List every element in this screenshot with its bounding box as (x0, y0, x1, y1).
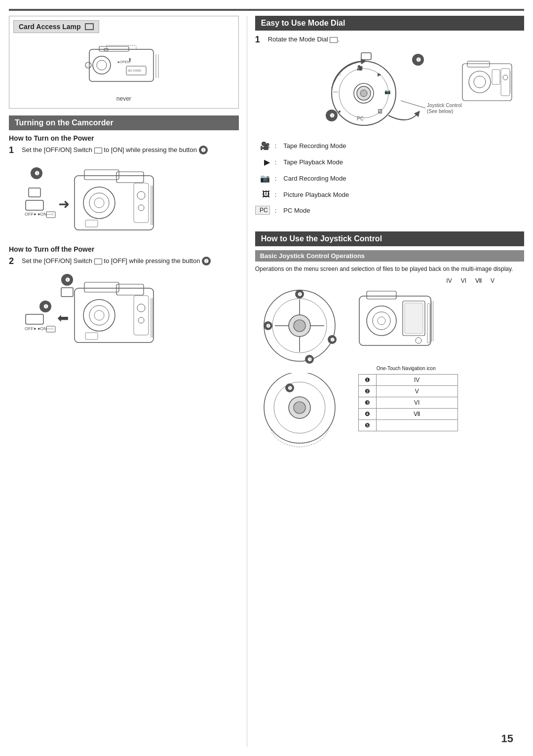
main-content: Card Access Lamp ◄OPEN (9, 16, 524, 747)
pc-icon: PC (255, 206, 270, 215)
nav-label-vi: VI (461, 277, 466, 284)
svg-point-87 (294, 320, 305, 332)
table-cell-label (376, 420, 457, 431)
svg-point-45 (83, 300, 115, 331)
svg-rect-80 (501, 69, 510, 96)
svg-text:(See below): (See below) (427, 109, 453, 114)
svg-point-26 (94, 198, 104, 208)
step2-num: 2 (9, 256, 19, 266)
card-access-section: Card Access Lamp ◄OPEN (9, 16, 239, 109)
one-touch-label: One-Touch Navigation icon (354, 366, 458, 371)
card-diagram: ◄OPEN SD CARD ⬆ (13, 37, 234, 91)
mode-item-pic-play: 🖼 : Picture Playback Mode (255, 190, 524, 199)
svg-point-3 (97, 60, 107, 70)
nav-label-vii: Ⅶ (475, 277, 482, 284)
svg-rect-27 (134, 183, 149, 223)
joystick-bottom-svg: ❺ (255, 373, 346, 450)
table-cell-num: ❸ (358, 397, 376, 409)
svg-text:PC: PC (357, 116, 364, 121)
step1-num: 1 (9, 145, 19, 155)
svg-rect-112 (405, 303, 423, 334)
svg-text:⬆: ⬆ (128, 57, 132, 63)
joystick-diagrams-row: ❶ ❷ ❸ ❹ (255, 286, 524, 450)
svg-point-108 (367, 306, 396, 336)
svg-text:○: ○ (338, 72, 341, 77)
svg-rect-36 (61, 288, 73, 297)
svg-point-70 (360, 90, 367, 97)
tape-rec-label: Tape Recording Mode (283, 142, 346, 150)
joystick-nav-labels: IV VI Ⅶ V (255, 277, 524, 284)
svg-point-109 (373, 312, 390, 330)
joystick-camera-svg (354, 286, 458, 363)
switch-rect-1 (94, 148, 102, 153)
step1-svg: ❶ OFF● ●ON—○ ➜ (18, 158, 230, 242)
step2-row: 2 Set the [OFF/ON] Switch to [OFF] while… (9, 256, 239, 266)
joystick-description: Operations on the menu screen and select… (255, 265, 524, 273)
svg-rect-18 (26, 200, 43, 210)
pic-play-label: Picture Playback Mode (283, 191, 349, 198)
turn-on-heading: How to Turn on the Power (9, 134, 239, 142)
mode-rect (330, 37, 338, 43)
step1-row: 1 Set the [OFF/ON] Switch to [ON] while … (9, 145, 239, 155)
page-number: 15 (501, 732, 513, 745)
svg-point-82 (503, 75, 508, 80)
table-cell-label: V (376, 386, 457, 397)
table-cell-num: ❷ (358, 386, 376, 397)
left-column: Card Access Lamp ◄OPEN (9, 16, 247, 747)
switch-rect-2 (94, 259, 102, 265)
svg-point-103 (294, 402, 305, 414)
svg-point-24 (83, 187, 115, 219)
table-cell-label: IV (376, 375, 457, 386)
svg-point-31 (138, 205, 144, 211)
svg-text:❺: ❺ (288, 385, 292, 391)
svg-text:OFF●  ●ON—○: OFF● ●ON—○ (25, 326, 54, 331)
joystick-left-diagrams: ❶ ❷ ❸ ❹ (255, 286, 346, 450)
mode-step1: 1 Rotate the Mode Dial . (255, 35, 524, 45)
tape-play-label: Tape Playback Mode (283, 158, 343, 166)
svg-point-46 (89, 305, 109, 325)
svg-text:Joystick Control: Joystick Control (427, 103, 462, 108)
svg-text:▶: ▶ (378, 72, 381, 77)
svg-text:❹: ❹ (266, 323, 270, 329)
card-diagram-svg: ◄OPEN SD CARD ⬆ (50, 39, 198, 89)
nav-label-iv: IV (446, 277, 452, 284)
svg-text:➜: ➜ (58, 196, 70, 212)
right-column: Easy to Use Mode Dial 1 Rotate the Mode … (247, 16, 524, 747)
svg-rect-107 (367, 291, 396, 299)
step2-text-block: Set the [OFF/ON] Switch to [OFF] while p… (22, 256, 211, 266)
table-cell-num: ❶ (358, 375, 376, 386)
step1-diagram: ❶ OFF● ●ON—○ ➜ (9, 158, 239, 242)
camcorder-section: Turning on the Camcorder How to Turn on … (9, 115, 239, 356)
pic-play-icon: 🖼 (255, 190, 270, 199)
svg-rect-43 (75, 288, 153, 342)
svg-text:❷: ❷ (330, 337, 335, 342)
svg-text:🖼: 🖼 (378, 109, 382, 114)
svg-rect-77 (467, 61, 490, 67)
svg-text:SD CARD: SD CARD (128, 69, 142, 72)
svg-rect-48 (134, 296, 149, 335)
table-row: ❷ V (358, 386, 457, 397)
svg-rect-1 (99, 46, 129, 51)
svg-rect-39 (26, 314, 43, 324)
table-row: ❶ IV (358, 375, 457, 386)
svg-point-12 (85, 62, 91, 68)
svg-point-51 (137, 304, 145, 312)
svg-text:❶: ❶ (43, 303, 48, 309)
mode-item-card-rec: 📷 : Card Recording Mode (255, 174, 524, 183)
joystick-right-side: One-Touch Navigation icon ❶ IV ❷ V (354, 286, 458, 431)
svg-rect-33 (85, 220, 98, 227)
joystick-sub-header: Basic Joystick Control Operations (255, 250, 524, 262)
svg-text:—: — (333, 89, 338, 94)
svg-text:❶: ❶ (330, 113, 335, 118)
svg-point-78 (469, 71, 491, 93)
table-cell-label: Ⅶ (376, 409, 457, 420)
svg-point-25 (89, 193, 109, 213)
svg-rect-22 (75, 176, 153, 230)
svg-rect-44 (84, 282, 119, 292)
joystick-header: How to Use the Joystick Control (255, 231, 524, 246)
never-text: never (13, 95, 234, 102)
card-rec-label: Card Recording Mode (283, 175, 346, 182)
step1-text-block: Set the [OFF/ON] Switch to [ON] while pr… (22, 145, 208, 155)
svg-rect-23 (84, 170, 119, 180)
top-border (9, 9, 524, 11)
